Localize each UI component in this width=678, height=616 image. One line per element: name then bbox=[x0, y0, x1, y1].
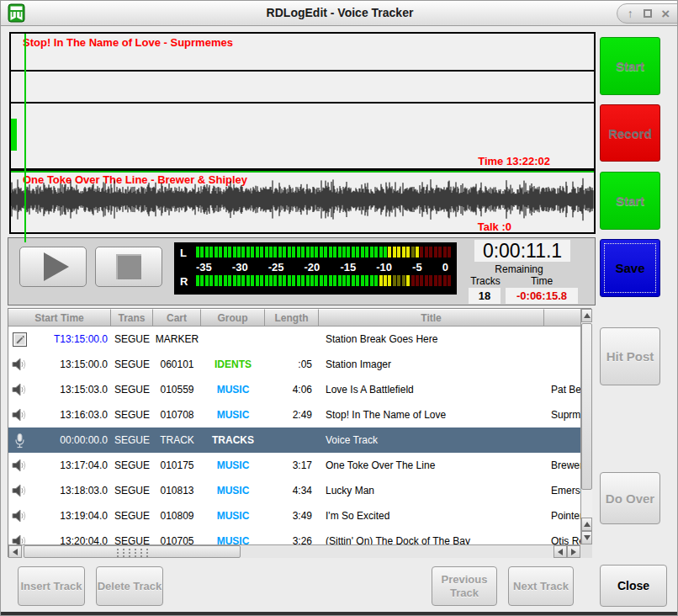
window-title: RDLogEdit - Voice Tracker bbox=[1, 6, 678, 19]
meter-segment bbox=[438, 247, 442, 258]
record-button[interactable]: Record bbox=[600, 104, 660, 162]
horizontal-scroll-thumb[interactable] bbox=[24, 545, 241, 558]
hit-post-button[interactable]: Hit Post bbox=[600, 327, 660, 385]
close-window-button[interactable]: × bbox=[661, 7, 670, 21]
meter-segment bbox=[379, 275, 383, 286]
column-header-cart[interactable]: Cart bbox=[153, 309, 201, 327]
cell-group: MUSIC bbox=[201, 510, 265, 522]
speaker-icon bbox=[8, 407, 30, 422]
table-row[interactable]: 13:15:00.0SEGUE060101IDENTS:05Station Im… bbox=[8, 352, 580, 377]
meter-segment bbox=[397, 247, 400, 258]
meter-segment bbox=[374, 247, 378, 258]
scroll-down-button[interactable] bbox=[581, 531, 592, 544]
column-header-trans[interactable]: Trans bbox=[111, 309, 153, 327]
insert-track-button[interactable]: Insert Track bbox=[18, 566, 85, 606]
meter-segment bbox=[237, 247, 241, 258]
scroll-up-button-2[interactable] bbox=[581, 518, 592, 531]
scroll-down-icon bbox=[584, 535, 591, 540]
scroll-left-button[interactable] bbox=[8, 545, 22, 558]
cell-cart: 010705 bbox=[153, 535, 201, 544]
meter-segment bbox=[233, 247, 236, 258]
vertical-scrollbar[interactable] bbox=[580, 309, 592, 544]
table-row[interactable]: 13:15:03.0SEGUE010559MUSIC4:06Love Is A … bbox=[8, 377, 580, 402]
column-header-start-time[interactable]: Start Time bbox=[8, 309, 111, 327]
scroll-up-icon bbox=[584, 313, 591, 318]
cell-length: 4:34 bbox=[265, 485, 319, 497]
play-button[interactable] bbox=[19, 247, 87, 287]
window-controls: ↑ × bbox=[617, 3, 678, 24]
cell-title: I'm So Excited bbox=[319, 510, 544, 522]
cell-artist: Otis Redding bbox=[544, 535, 580, 544]
elapsed-time-display: 0:00:11.1 bbox=[474, 240, 570, 262]
do-over-button[interactable]: Do Over bbox=[600, 472, 660, 524]
table-row[interactable]: T13:15:00.0SEGUEMARKERStation Break Goes… bbox=[8, 327, 580, 352]
speaker-icon bbox=[8, 382, 30, 397]
scroll-right-button[interactable] bbox=[567, 545, 580, 558]
meter-segment bbox=[329, 247, 332, 258]
meter-segment bbox=[402, 247, 405, 258]
cell-group: MUSIC bbox=[201, 384, 265, 396]
table-row[interactable]: 00:00:00.0SEGUETRACKTRACKSVoice Track bbox=[8, 427, 580, 453]
cell-group: MUSIC bbox=[201, 459, 265, 471]
remaining-time-label: Time bbox=[511, 275, 572, 287]
table-row[interactable]: 13:20:04.0SEGUE010705MUSIC3:26(Sittin' O… bbox=[8, 528, 580, 544]
scroll-up-icon bbox=[584, 522, 591, 527]
maximize-button[interactable] bbox=[644, 9, 652, 18]
scroll-right-icon bbox=[571, 549, 576, 555]
rollup-button[interactable]: ↑ bbox=[628, 8, 633, 19]
column-header-group[interactable]: Group bbox=[201, 309, 265, 327]
table-row[interactable]: 13:18:03.0SEGUE010813MUSIC4:34Lucky ManE… bbox=[8, 478, 580, 503]
meter-segment bbox=[388, 275, 391, 286]
next-track-button[interactable]: Next Track bbox=[508, 566, 574, 606]
save-button[interactable]: Save bbox=[600, 239, 660, 297]
table-row[interactable]: 13:19:04.0SEGUE010809MUSIC3:49I'm So Exc… bbox=[8, 503, 580, 528]
playhead-line bbox=[24, 34, 26, 242]
start-record-button[interactable]: Start bbox=[600, 37, 660, 95]
horizontal-scrollbar[interactable] bbox=[8, 544, 580, 558]
window-bottom-edge bbox=[1, 612, 678, 616]
cell-cart: TRACK bbox=[153, 434, 201, 446]
meter-segment bbox=[219, 247, 222, 258]
column-header-title[interactable]: Title bbox=[319, 309, 544, 327]
meter-segment bbox=[288, 247, 291, 258]
cell-title: Station Break Goes Here bbox=[319, 333, 544, 345]
close-button[interactable]: Close bbox=[600, 565, 667, 607]
meter-segment bbox=[265, 275, 268, 286]
delete-track-button[interactable]: Delete Track bbox=[96, 566, 163, 606]
scroll-up-button[interactable] bbox=[581, 309, 592, 322]
meter-segment bbox=[200, 275, 204, 286]
cell-artist: Pointer Sisters bbox=[544, 510, 580, 522]
cell-start: 00:00:00.0 bbox=[30, 434, 111, 446]
meter-segment bbox=[306, 275, 310, 286]
start-next-button[interactable]: Start bbox=[600, 172, 660, 230]
table-row[interactable]: 13:17:04.0SEGUE010175MUSIC3:17One Toke O… bbox=[8, 453, 580, 478]
cell-trans: SEGUE bbox=[111, 434, 153, 446]
cell-title: Lucky Man bbox=[319, 485, 544, 497]
meter-segment bbox=[379, 247, 383, 258]
cell-trans: SEGUE bbox=[111, 358, 153, 370]
meter-segment bbox=[224, 275, 227, 286]
meter-segment bbox=[315, 247, 318, 258]
meter-left-label: L bbox=[180, 247, 193, 259]
scroll-left-button-2[interactable] bbox=[554, 545, 567, 558]
stop-button[interactable] bbox=[95, 247, 162, 287]
meter-left-segments bbox=[196, 247, 453, 258]
cell-length: 2:49 bbox=[265, 409, 319, 421]
meter-segment bbox=[260, 275, 263, 286]
meter-segment bbox=[297, 247, 300, 258]
column-header-artist[interactable] bbox=[544, 309, 580, 327]
meter-segment bbox=[292, 275, 295, 286]
meter-segment bbox=[356, 275, 359, 286]
meter-segment bbox=[283, 247, 286, 258]
vertical-scroll-thumb[interactable] bbox=[581, 323, 592, 490]
meter-segment bbox=[352, 275, 355, 286]
meter-segment bbox=[269, 275, 273, 286]
segue-marker-line bbox=[11, 171, 594, 173]
meter-segment bbox=[265, 247, 268, 258]
previous-track-button[interactable]: Previous Track bbox=[432, 566, 497, 606]
meter-segment bbox=[416, 275, 419, 286]
table-row[interactable]: 13:16:03.0SEGUE010708MUSIC2:49Stop! In T… bbox=[8, 402, 580, 427]
cell-length: 3:26 bbox=[265, 535, 319, 544]
meter-segment bbox=[310, 247, 314, 258]
column-header-length[interactable]: Length bbox=[265, 309, 319, 327]
